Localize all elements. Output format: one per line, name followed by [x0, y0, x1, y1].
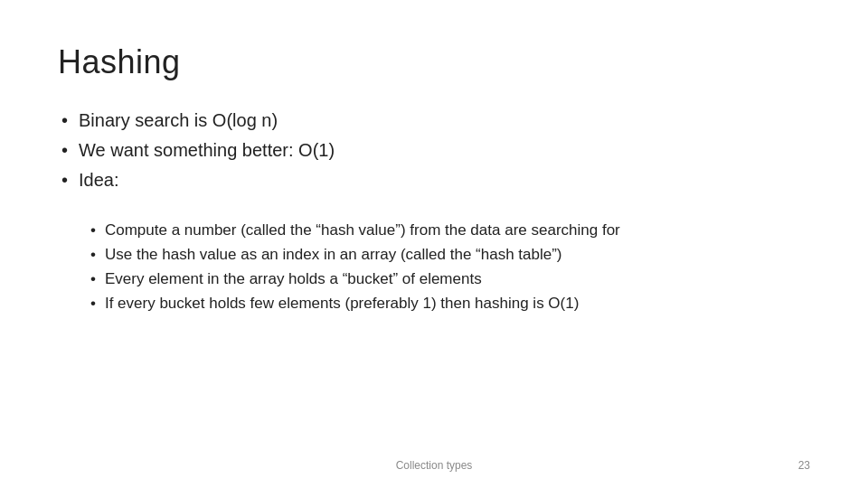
sub-bullet-text-4: If every bucket holds few elements (pref… — [105, 295, 579, 313]
sub-bullet-list: Compute a number (called the “hash value… — [90, 221, 810, 319]
slide: Hashing Binary search is O(log n) We wan… — [0, 0, 868, 488]
sub-bullet-text-3: Every element in the array holds a “buck… — [105, 270, 482, 288]
sub-bullet-item-1: Compute a number (called the “hash value… — [90, 221, 810, 239]
sub-bullet-item-3: Every element in the array holds a “buck… — [90, 270, 810, 288]
sub-bullet-item-2: Use the hash value as an index in an arr… — [90, 246, 810, 264]
footer-center-text: Collection types — [0, 459, 868, 472]
top-bullet-list: Binary search is O(log n) We want someth… — [58, 110, 810, 200]
bullet-item-3: Idea: — [58, 170, 810, 191]
bullet-text-3: Idea: — [79, 170, 118, 191]
sub-bullet-text-2: Use the hash value as an index in an arr… — [105, 246, 562, 264]
footer-page-number: 23 — [798, 459, 810, 472]
slide-footer: Collection types 23 — [0, 459, 868, 472]
slide-title: Hashing — [58, 43, 810, 81]
sub-bullet-text-1: Compute a number (called the “hash value… — [105, 221, 620, 239]
bullet-item-2: We want something better: O(1) — [58, 140, 810, 161]
bullet-text-1: Binary search is O(log n) — [79, 110, 278, 131]
bullet-text-2: We want something better: O(1) — [79, 140, 335, 161]
sub-bullet-item-4: If every bucket holds few elements (pref… — [90, 295, 810, 313]
bullet-item-1: Binary search is O(log n) — [58, 110, 810, 131]
